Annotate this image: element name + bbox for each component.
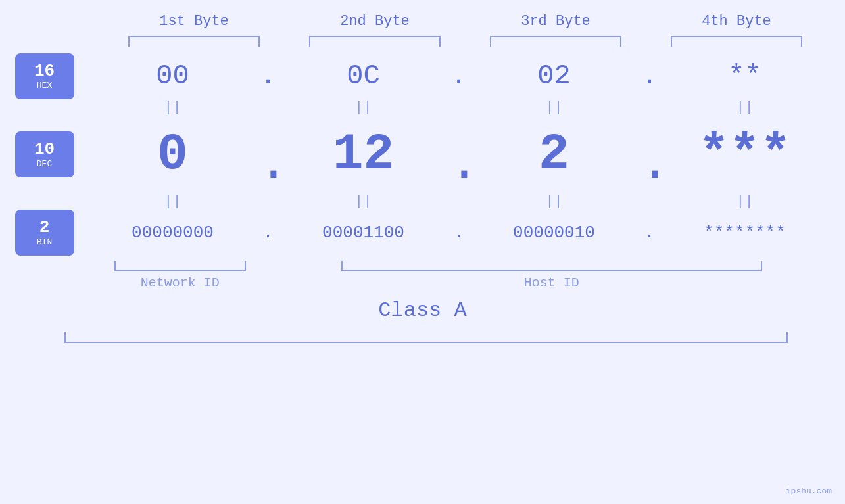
hex-b2: 0C [278,60,449,92]
bracket-top-byte1 [128,36,260,47]
bin-b1: 00000000 [87,223,258,242]
bin-badge: 2 BIN [15,210,74,256]
hex-badge: 16 HEX [15,53,74,99]
dec-dot1: . [258,116,278,193]
bracket-top-byte2 [309,36,441,47]
bin-b4: ******** [660,223,831,242]
dec-b2: 12 [278,126,449,183]
eq1-b4: || [660,99,831,116]
bin-dot1: . [258,223,278,242]
hex-b3: 02 [469,60,640,92]
bin-b2: 00001100 [278,223,449,242]
dec-badge: 10 DEC [15,131,74,177]
bracket-bottom-class [64,332,788,343]
network-id-label: Network ID [141,275,220,290]
bracket-top-byte4 [671,36,802,47]
dec-b4: *** [660,126,831,183]
hex-b4: ** [660,60,831,92]
bracket-bottom-host [341,261,762,271]
dec-dot2: . [449,116,469,193]
bracket-bottom-network [114,261,246,271]
hex-dot2: . [449,60,469,92]
dec-b1: 0 [87,126,258,183]
eq2-b2: || [278,193,449,210]
eq1-b3: || [469,99,640,116]
hex-dot1: . [258,60,278,92]
byte4-header: 4th Byte [646,13,827,30]
bin-dot3: . [640,223,660,242]
eq2-b3: || [469,193,640,210]
watermark: ipshu.com [786,486,832,496]
bracket-top-byte3 [490,36,621,47]
dec-b3: 2 [469,126,640,183]
dec-dot3: . [640,116,660,193]
class-label: Class A [378,298,466,323]
eq1-b2: || [278,99,449,116]
byte1-header: 1st Byte [104,13,285,30]
eq2-b4: || [660,193,831,210]
host-id-label: Host ID [524,275,579,290]
byte3-header: 3rd Byte [466,13,646,30]
eq1-b1: || [87,99,258,116]
eq2-b1: || [87,193,258,210]
hex-b1: 00 [87,60,258,92]
bin-dot2: . [449,223,469,242]
bin-b3: 00000010 [469,223,640,242]
byte2-header: 2nd Byte [285,13,466,30]
hex-dot3: . [640,60,660,92]
